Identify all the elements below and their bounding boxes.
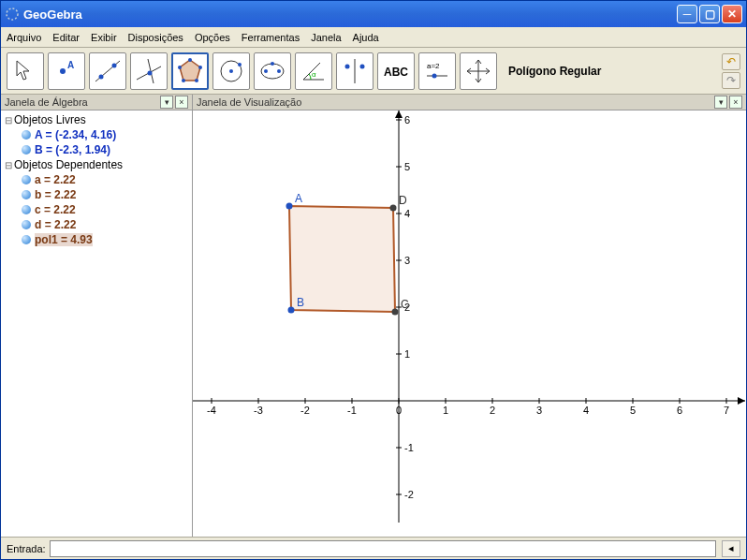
graphics-pane: Janela de Visualização ▾ × -4-3-2-101234… xyxy=(193,95,746,537)
bullet-icon xyxy=(22,190,31,199)
algebra-pane: Janela de Álgebra ▾ × ⊟ Objetos Livres A… xyxy=(1,95,193,537)
svg-point-0 xyxy=(7,8,18,20)
svg-text:-2: -2 xyxy=(300,405,310,416)
menu-disposicoes[interactable]: Disposições xyxy=(128,32,183,43)
svg-text:D: D xyxy=(399,194,407,207)
svg-point-21 xyxy=(271,62,274,66)
svg-text:5: 5 xyxy=(630,405,636,416)
algebra-close-icon[interactable]: × xyxy=(175,96,188,109)
svg-text:ABC: ABC xyxy=(384,66,408,79)
bullet-icon xyxy=(22,235,31,244)
svg-text:C: C xyxy=(401,298,409,311)
algebra-item[interactable]: c = 2.22 xyxy=(3,202,190,217)
svg-point-14 xyxy=(178,66,182,69)
free-objects-category[interactable]: ⊟ Objetos Livres xyxy=(3,112,190,127)
svg-point-25 xyxy=(360,64,365,68)
svg-text:4: 4 xyxy=(583,405,589,416)
undo-button[interactable]: ↶ xyxy=(722,53,740,70)
svg-marker-9 xyxy=(180,60,200,81)
tool-move[interactable] xyxy=(7,52,44,90)
graphics-toggle-icon[interactable]: ▾ xyxy=(714,96,727,109)
algebra-tree: ⊟ Objetos Livres A = (-2.34, 4.16) B = (… xyxy=(1,111,192,537)
collapse-icon[interactable]: ⊟ xyxy=(3,115,14,125)
svg-text:A: A xyxy=(295,192,302,205)
maximize-button[interactable]: ▢ xyxy=(699,5,720,23)
svg-point-8 xyxy=(148,70,153,75)
svg-point-29 xyxy=(432,73,437,78)
svg-text:A: A xyxy=(67,60,74,70)
svg-point-20 xyxy=(277,69,281,73)
algebra-item[interactable]: A = (-2.34, 4.16) xyxy=(3,127,190,142)
svg-text:-1: -1 xyxy=(347,405,357,416)
svg-text:1: 1 xyxy=(443,405,448,416)
bullet-icon xyxy=(22,220,31,229)
svg-line-3 xyxy=(95,61,120,81)
menu-janela[interactable]: Janela xyxy=(311,32,341,43)
svg-text:-3: -3 xyxy=(254,405,263,416)
menu-ferramentas[interactable]: Ferramentas xyxy=(242,32,300,43)
menu-opcoes[interactable]: Opções xyxy=(195,32,230,43)
svg-point-16 xyxy=(229,69,233,73)
svg-point-24 xyxy=(345,64,350,68)
svg-text:6: 6 xyxy=(404,114,410,125)
menu-ajuda[interactable]: Ajuda xyxy=(353,32,379,43)
svg-point-19 xyxy=(264,69,268,73)
svg-point-10 xyxy=(188,58,192,62)
input-bar: Entrada: ◂ xyxy=(1,537,746,559)
input-label: Entrada: xyxy=(7,543,46,554)
graphics-canvas[interactable]: -4-3-2-101234567-2-1123456ABCD xyxy=(193,111,746,537)
tool-regular-polygon[interactable] xyxy=(171,52,209,90)
collapse-icon[interactable]: ⊟ xyxy=(3,160,14,170)
svg-point-4 xyxy=(99,74,104,79)
algebra-item[interactable]: d = 2.22 xyxy=(3,217,190,232)
tool-angle[interactable]: α xyxy=(295,52,332,90)
main-area: Janela de Álgebra ▾ × ⊟ Objetos Livres A… xyxy=(1,95,746,537)
algebra-item-selected[interactable]: pol1 = 4.93 xyxy=(3,232,190,247)
svg-text:0: 0 xyxy=(396,405,402,416)
redo-button[interactable]: ↷ xyxy=(722,72,740,89)
svg-point-75 xyxy=(288,307,295,314)
menu-arquivo[interactable]: Arquivo xyxy=(7,32,41,43)
svg-text:1: 1 xyxy=(404,348,410,360)
close-button[interactable]: ✕ xyxy=(722,5,742,23)
algebra-item[interactable]: a = 2.22 xyxy=(3,172,190,187)
algebra-item[interactable]: b = 2.22 xyxy=(3,187,190,202)
bullet-icon xyxy=(22,130,31,140)
tool-text[interactable]: ABC xyxy=(377,52,415,90)
svg-text:a=2: a=2 xyxy=(427,62,440,70)
tool-circle[interactable] xyxy=(212,52,250,90)
svg-text:7: 7 xyxy=(724,405,729,416)
minimize-button[interactable]: ─ xyxy=(677,5,697,23)
svg-point-11 xyxy=(198,66,202,69)
tool-move-view[interactable] xyxy=(460,52,497,90)
svg-point-17 xyxy=(238,63,242,66)
tool-perpendicular[interactable] xyxy=(130,52,168,90)
menubar: Arquivo Editar Exibir Disposições Opções… xyxy=(1,27,746,48)
algebra-toggle-icon[interactable]: ▾ xyxy=(160,96,173,109)
algebra-header: Janela de Álgebra ▾ × xyxy=(1,95,192,111)
svg-text:5: 5 xyxy=(404,161,410,172)
algebra-item[interactable]: B = (-2.3, 1.94) xyxy=(3,142,190,157)
svg-point-5 xyxy=(112,63,117,67)
tool-line[interactable] xyxy=(89,52,126,90)
svg-point-12 xyxy=(195,79,198,82)
svg-text:α: α xyxy=(312,70,316,79)
tool-conic[interactable] xyxy=(254,52,291,90)
titlebar[interactable]: GeoGebra ─ ▢ ✕ xyxy=(1,1,746,27)
graphics-title: Janela de Visualização xyxy=(197,96,301,108)
tool-point[interactable]: A xyxy=(48,52,85,90)
tool-slider[interactable]: a=2 xyxy=(418,52,456,90)
dependent-objects-category[interactable]: ⊟ Objetos Dependentes xyxy=(3,157,190,172)
svg-point-73 xyxy=(286,203,293,210)
svg-point-13 xyxy=(182,79,185,82)
tool-reflect[interactable] xyxy=(336,52,374,90)
graphics-close-icon[interactable]: × xyxy=(729,96,742,109)
svg-text:6: 6 xyxy=(677,405,682,416)
svg-point-79 xyxy=(390,205,397,212)
bullet-icon xyxy=(22,145,31,155)
command-input[interactable] xyxy=(50,540,716,557)
menu-editar[interactable]: Editar xyxy=(52,32,80,43)
input-help-button[interactable]: ◂ xyxy=(722,540,740,557)
menu-exibir[interactable]: Exibir xyxy=(91,32,117,43)
svg-point-77 xyxy=(392,309,399,316)
